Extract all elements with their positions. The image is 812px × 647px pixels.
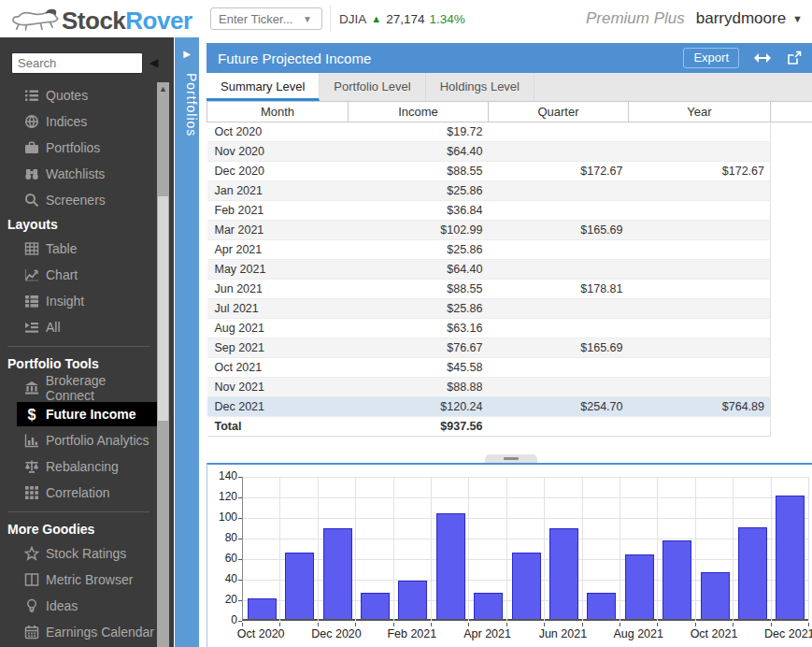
all-layouts-icon xyxy=(23,320,40,335)
sidebar-item-quotes[interactable]: Quotes xyxy=(0,82,157,108)
sidebar-scrollbar[interactable]: ▲ xyxy=(157,82,169,647)
total-label: Total xyxy=(207,417,349,437)
sidebar-item-future-income[interactable]: $Future Income xyxy=(17,402,157,426)
sidebar-item-rebalancing[interactable]: Rebalancing xyxy=(0,453,157,480)
filler-cell xyxy=(771,299,812,319)
tab-holdings-level[interactable]: Holdings Level xyxy=(426,73,534,101)
metric-columns-icon xyxy=(23,572,40,587)
stockrover-app: StockRover ▼ DJIA ▲ 27,174 1.34% Premium… xyxy=(0,0,812,647)
filler-cell xyxy=(771,260,812,280)
table-row[interactable]: Sep 2021$76.67$165.69 xyxy=(207,338,812,358)
sidebar-item-brokerage-connect[interactable]: Brokerage Connect xyxy=(0,375,157,401)
table-row[interactable]: Oct 2020$19.72 xyxy=(207,122,812,142)
table-row[interactable]: Feb 2021$36.84 xyxy=(207,201,812,221)
x-axis-label: Feb 2021 xyxy=(379,627,445,640)
table-row[interactable]: Nov 2020$64.40 xyxy=(207,142,812,162)
sidebar-item-label: Stock Ratings xyxy=(46,546,126,561)
y-axis-label: 40 xyxy=(211,572,237,585)
portfolios-collapsed-tab[interactable]: ▶ Portfolios xyxy=(175,37,199,647)
star-icon xyxy=(23,546,40,561)
index-change: 1.34% xyxy=(429,12,464,26)
section-header-portfolio-tools: Portfolio Tools xyxy=(0,352,157,375)
table-row[interactable]: Dec 2020$88.55$172.67$172.67 xyxy=(207,162,812,181)
sidebar-item-metric-browser[interactable]: Metric Browser xyxy=(0,567,157,593)
table-row[interactable]: Jul 2021$25.86 xyxy=(207,299,812,319)
income-cell: $36.84 xyxy=(349,201,489,221)
sidebar-search-row: ◀ xyxy=(0,37,174,75)
tab-portfolio-level[interactable]: Portfolio Level xyxy=(320,73,425,101)
briefcase-icon xyxy=(23,140,40,155)
x-axis-tick xyxy=(544,623,545,626)
table-row[interactable]: Dec 2021$120.24$254.70$764.89 xyxy=(207,397,812,417)
sidebar-item-table[interactable]: Table xyxy=(0,236,157,262)
gridline-horizontal xyxy=(243,497,809,498)
sidebar-item-portfolio-analytics[interactable]: Portfolio Analytics xyxy=(0,427,157,453)
sidebar-item-label: Brokerage Connect xyxy=(46,373,157,403)
sidebar-item-chart[interactable]: Chart xyxy=(0,262,157,288)
stockrover-logo[interactable]: StockRover xyxy=(9,4,192,37)
x-axis-tick xyxy=(695,623,696,626)
sidebar-item-watchlists[interactable]: Watchlists xyxy=(0,161,157,187)
collapse-sidebar-icon[interactable]: ◀ xyxy=(150,56,158,69)
sidebar-item-earnings-calendar[interactable]: Earnings Calendar xyxy=(0,619,157,645)
tab-summary-level[interactable]: Summary Level xyxy=(207,73,320,101)
expand-right-icon[interactable]: ▶ xyxy=(175,49,199,59)
quotes-list-icon xyxy=(23,88,40,103)
x-axis-tick xyxy=(582,623,583,626)
table-row[interactable]: Oct 2021$45.58 xyxy=(207,358,812,378)
table-row[interactable]: Jan 2021$25.86 xyxy=(207,181,812,201)
table-row[interactable]: Aug 2021$63.16 xyxy=(207,319,812,338)
chevron-down-icon[interactable]: ▼ xyxy=(303,14,312,24)
gridline-vertical xyxy=(506,477,507,621)
x-axis-tick xyxy=(620,623,620,626)
table-row[interactable]: May 2021$64.40 xyxy=(207,260,812,280)
sidebar-item-stock-ratings[interactable]: Stock Ratings xyxy=(0,540,157,567)
sidebar-item-all[interactable]: All xyxy=(0,314,157,340)
scroll-up-icon[interactable]: ▲ xyxy=(157,84,169,93)
sidebar-item-indices[interactable]: Indices xyxy=(0,108,157,135)
lightbulb-icon xyxy=(23,598,40,613)
resize-horizontal-icon[interactable] xyxy=(754,50,771,65)
ticker-input[interactable] xyxy=(219,12,301,26)
income-cell: $88.55 xyxy=(349,162,489,181)
year-cell xyxy=(629,181,771,201)
year-cell xyxy=(629,260,771,280)
pane-splitter-handle[interactable] xyxy=(485,454,537,463)
ticker-search-box[interactable]: ▼ xyxy=(210,7,322,30)
filler-cell xyxy=(771,319,812,338)
scrollbar-thumb[interactable] xyxy=(158,196,168,421)
income-cell: $88.88 xyxy=(349,378,489,397)
quarter-cell xyxy=(489,240,629,260)
sidebar-item-label: Table xyxy=(46,241,77,256)
sidebar-item-portfolios[interactable]: Portfolios xyxy=(0,135,157,161)
plan-label: Premium Plus xyxy=(586,9,685,28)
gridline-vertical xyxy=(393,477,394,621)
filler-cell xyxy=(771,378,812,397)
export-button[interactable]: Export xyxy=(683,48,739,68)
grip-icon xyxy=(504,457,519,460)
logo-text: StockRover xyxy=(62,7,192,36)
bar-oct-2021 xyxy=(701,572,730,619)
table-row[interactable]: Jun 2021$88.55$178.81 xyxy=(207,280,812,299)
market-index-quote[interactable]: DJIA ▲ 27,174 1.34% xyxy=(339,0,465,37)
table-row[interactable]: Mar 2021$102.99$165.69 xyxy=(207,221,812,240)
sidebar-item-screeners[interactable]: Screeners xyxy=(0,187,157,213)
open-external-icon[interactable] xyxy=(786,50,803,65)
gridline-vertical xyxy=(657,477,658,621)
user-menu[interactable]: barrydmoore ▼ xyxy=(696,9,803,28)
table-row[interactable]: Nov 2021$88.88 xyxy=(207,378,812,397)
x-axis-tick xyxy=(279,623,280,626)
sidebar-item-correlation[interactable]: Correlation xyxy=(0,480,157,506)
table-row[interactable]: Apr 2021$25.86 xyxy=(207,240,812,260)
y-axis-label: 120 xyxy=(211,490,237,503)
sidebar-item-ideas[interactable]: Ideas xyxy=(0,593,157,619)
quarter-cell: $165.69 xyxy=(489,221,629,240)
x-axis-label: Oct 2021 xyxy=(681,627,747,640)
sidebar-item-insight[interactable]: Insight xyxy=(0,288,157,314)
sidebar-item-label: Rebalancing xyxy=(46,459,119,474)
filler-cell xyxy=(771,142,812,162)
x-axis-tick xyxy=(318,623,319,626)
quarter-cell: $172.67 xyxy=(489,162,629,181)
search-input[interactable] xyxy=(11,52,143,74)
y-axis-tick xyxy=(238,477,242,478)
